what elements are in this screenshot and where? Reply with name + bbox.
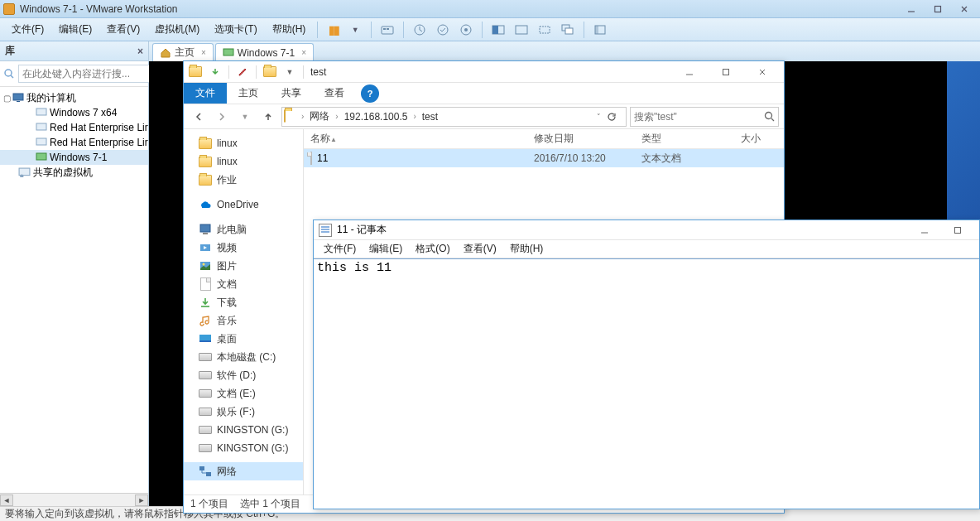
crumb-network[interactable]: 网络 bbox=[308, 109, 331, 123]
col-type[interactable]: 类型 bbox=[635, 132, 734, 146]
ribbon-help-button[interactable]: ? bbox=[361, 84, 379, 103]
nav-drive-g1[interactable]: KINGSTON (G:) bbox=[184, 421, 303, 439]
view-multi-button[interactable] bbox=[557, 21, 579, 39]
vm-tab-active[interactable]: Windows 7-1 × bbox=[215, 43, 314, 61]
view-fullscreen-button[interactable] bbox=[534, 21, 555, 39]
tree-vm-1[interactable]: Red Hat Enterprise Lir bbox=[0, 120, 148, 135]
svg-rect-3 bbox=[387, 28, 389, 30]
library-search-input[interactable] bbox=[18, 65, 151, 83]
svg-rect-28 bbox=[200, 224, 210, 232]
explorer-titlebar[interactable]: ▼ test bbox=[184, 61, 784, 83]
snapshot-button[interactable] bbox=[409, 21, 430, 39]
nav-documents[interactable]: 文档 bbox=[184, 275, 303, 293]
nav-item[interactable]: 作业 bbox=[184, 171, 303, 189]
explorer-minimize-button[interactable] bbox=[671, 62, 708, 82]
notepad-maximize-button[interactable] bbox=[941, 221, 974, 239]
nav-forward-button[interactable] bbox=[212, 107, 232, 127]
np-menu-edit[interactable]: 编辑(E) bbox=[363, 240, 409, 258]
qat-down-icon[interactable] bbox=[207, 64, 223, 80]
nav-drive-d[interactable]: 软件 (D:) bbox=[184, 366, 303, 384]
snapshot-manager-button[interactable] bbox=[455, 21, 477, 39]
nav-back-button[interactable] bbox=[189, 107, 209, 127]
qat-properties-icon[interactable] bbox=[234, 64, 251, 80]
menu-help[interactable]: 帮助(H) bbox=[266, 20, 313, 39]
view-unity-button[interactable] bbox=[511, 21, 532, 39]
explorer-maximize-button[interactable] bbox=[708, 62, 744, 82]
explorer-search-box[interactable] bbox=[630, 107, 779, 127]
menu-vm[interactable]: 虚拟机(M) bbox=[148, 20, 206, 39]
nav-up-button[interactable] bbox=[258, 107, 278, 127]
tree-root-mycomputer[interactable]: ▢ 我的计算机 bbox=[0, 90, 148, 105]
ribbon-tab-share[interactable]: 共享 bbox=[270, 83, 313, 104]
nav-desktop[interactable]: 桌面 bbox=[184, 330, 303, 348]
music-icon bbox=[199, 314, 212, 327]
tab-close-icon[interactable]: × bbox=[201, 48, 206, 57]
explorer-close-button[interactable] bbox=[744, 62, 781, 82]
tree-vm-2[interactable]: Red Hat Enterprise Lir bbox=[0, 135, 148, 150]
tree-vm-0[interactable]: Windows 7 x64 bbox=[0, 105, 148, 120]
address-refresh-button[interactable] bbox=[606, 111, 624, 123]
np-menu-format[interactable]: 格式(O) bbox=[409, 240, 456, 258]
col-size[interactable]: 大小 bbox=[734, 132, 784, 146]
explorer-search-input[interactable] bbox=[634, 111, 764, 123]
ribbon-tab-home[interactable]: 主页 bbox=[227, 83, 270, 104]
file-row[interactable]: 11 2016/7/10 13:20 文本文档 bbox=[304, 149, 784, 167]
menu-edit[interactable]: 编辑(E) bbox=[52, 20, 98, 39]
notepad-minimize-button[interactable] bbox=[908, 221, 941, 239]
library-hscrollbar[interactable]: ◄ ► bbox=[0, 493, 148, 506]
crumb-ip[interactable]: 192.168.100.5 bbox=[343, 111, 410, 123]
vmware-close-button[interactable] bbox=[952, 2, 977, 17]
nav-drive-e[interactable]: 文档 (E:) bbox=[184, 384, 303, 403]
view-library-button[interactable] bbox=[589, 21, 611, 39]
tab-close-icon[interactable]: × bbox=[301, 48, 306, 57]
explorer-nav-pane: linux linux 作业 OneDrive 此电脑 视频 图片 文档 下载 … bbox=[184, 129, 304, 494]
nav-drive-c[interactable]: 本地磁盘 (C:) bbox=[184, 348, 303, 366]
np-menu-file[interactable]: 文件(F) bbox=[317, 240, 363, 258]
qat-folder-icon[interactable] bbox=[187, 64, 204, 80]
address-bar[interactable]: › 网络 › 192.168.100.5 › test ˅ bbox=[281, 107, 627, 127]
search-icon[interactable] bbox=[764, 111, 775, 122]
scroll-right-button[interactable]: ► bbox=[135, 494, 148, 506]
np-menu-view[interactable]: 查看(V) bbox=[457, 240, 503, 258]
tree-shared-vms[interactable]: 共享的虚拟机 bbox=[0, 165, 148, 180]
address-dropdown[interactable]: ˅ bbox=[593, 113, 604, 121]
notepad-titlebar[interactable]: 11 - 记事本 bbox=[314, 220, 979, 240]
send-ctrlaltdel-button[interactable] bbox=[377, 21, 398, 39]
tree-vm-3[interactable]: Windows 7-1 bbox=[0, 150, 148, 165]
svg-rect-9 bbox=[492, 26, 498, 34]
pause-dropdown[interactable]: ▼ bbox=[344, 21, 366, 39]
nav-item[interactable]: linux bbox=[184, 134, 303, 152]
col-date[interactable]: 修改日期 bbox=[527, 132, 635, 146]
col-name[interactable]: 名称▲ bbox=[304, 132, 527, 146]
nav-music[interactable]: 音乐 bbox=[184, 311, 303, 330]
ribbon-tab-file[interactable]: 文件 bbox=[184, 83, 227, 104]
menu-view[interactable]: 查看(V) bbox=[100, 20, 147, 39]
qat-newfolder-icon[interactable] bbox=[262, 64, 278, 80]
view-console-button[interactable] bbox=[488, 21, 509, 39]
snapshot-revert-button[interactable] bbox=[432, 21, 454, 39]
vm-tab-home[interactable]: 主页 × bbox=[152, 43, 214, 61]
nav-item[interactable]: linux bbox=[184, 152, 303, 171]
crumb-folder[interactable]: test bbox=[420, 111, 440, 123]
np-menu-help[interactable]: 帮助(H) bbox=[503, 240, 550, 258]
nav-downloads[interactable]: 下载 bbox=[184, 293, 303, 311]
qat-dropdown[interactable]: ▼ bbox=[281, 64, 298, 80]
pause-button[interactable]: ▮▮ bbox=[323, 21, 344, 39]
menu-tabs[interactable]: 选项卡(T) bbox=[208, 20, 263, 39]
nav-network[interactable]: 网络 bbox=[184, 462, 303, 480]
library-close-button[interactable]: × bbox=[137, 46, 143, 57]
nav-drive-g2[interactable]: KINGSTON (G:) bbox=[184, 439, 303, 457]
nav-onedrive[interactable]: OneDrive bbox=[184, 195, 303, 214]
nav-drive-f[interactable]: 娱乐 (F:) bbox=[184, 403, 303, 421]
nav-pictures[interactable]: 图片 bbox=[184, 257, 303, 275]
svg-point-7 bbox=[464, 28, 468, 31]
vmware-maximize-button[interactable] bbox=[925, 2, 950, 17]
nav-videos[interactable]: 视频 bbox=[184, 239, 303, 257]
ribbon-tab-view[interactable]: 查看 bbox=[313, 83, 356, 104]
notepad-textarea[interactable]: this is 11 bbox=[314, 258, 979, 509]
vmware-minimize-button[interactable] bbox=[899, 2, 924, 17]
scroll-left-button[interactable]: ◄ bbox=[0, 494, 13, 506]
nav-history-dropdown[interactable]: ▼ bbox=[235, 107, 255, 127]
nav-thispc[interactable]: 此电脑 bbox=[184, 220, 303, 239]
menu-file[interactable]: 文件(F) bbox=[5, 20, 50, 39]
